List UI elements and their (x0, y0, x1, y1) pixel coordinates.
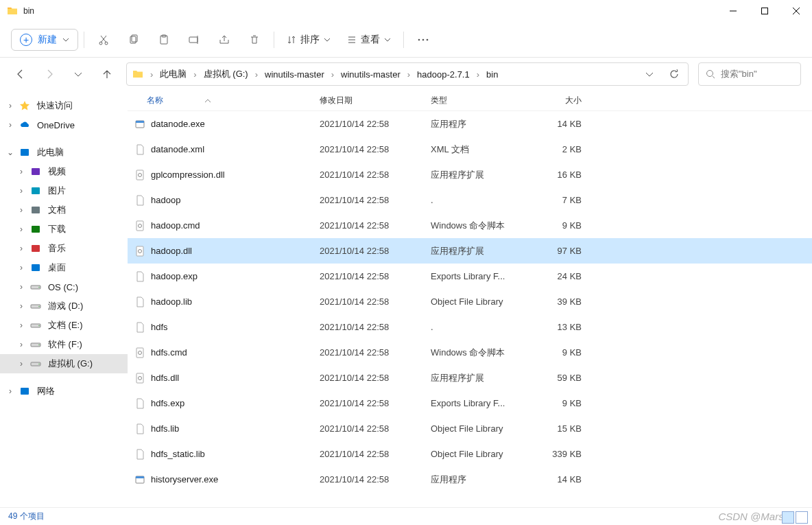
sidebar-item[interactable]: ›OS (C:) (0, 277, 128, 296)
drive-icon (30, 358, 41, 369)
file-row[interactable]: historyserver.exe2021/10/14 22:58应用程序14 … (128, 467, 812, 492)
copy-button[interactable] (120, 27, 147, 52)
breadcrumb-segment[interactable]: winutils-master (262, 68, 327, 81)
back-button[interactable] (11, 65, 30, 84)
file-row[interactable]: hdfs.cmd2021/10/14 22:58Windows 命令脚本9 KB (128, 340, 812, 365)
file-row[interactable]: hadoop.dll2021/10/14 22:58应用程序扩展97 KB (128, 238, 812, 264)
file-type: 应用程序扩展 (431, 245, 527, 257)
tree-caret-icon[interactable]: › (16, 282, 26, 292)
view-button[interactable]: 查看 (340, 27, 398, 52)
file-type: Windows 命令脚本 (431, 347, 527, 359)
tree-caret-icon[interactable]: › (16, 263, 26, 272)
new-button[interactable]: + 新建 (11, 29, 78, 51)
file-row[interactable]: hadoop2021/10/14 22:58.7 KB (128, 187, 812, 213)
main: ›快速访问›OneDrive⌄此电脑›视频›图片›文档›下载›音乐›桌面›OS … (0, 91, 812, 507)
search-input[interactable]: 搜索"bin" (698, 62, 801, 86)
svg-point-12 (418, 38, 420, 40)
more-button[interactable] (409, 27, 437, 52)
tree-caret-icon[interactable]: › (16, 186, 26, 196)
sidebar-item[interactable]: ⌄此电脑 (0, 143, 128, 162)
tree-caret-icon[interactable]: ⌄ (5, 148, 15, 157)
up-button[interactable] (97, 65, 117, 84)
file-row[interactable]: hadoop.cmd2021/10/14 22:58Windows 命令脚本9 … (128, 213, 812, 238)
share-button[interactable] (211, 27, 238, 52)
video-icon (30, 166, 41, 177)
file-row[interactable]: hdfs.dll2021/10/14 22:58应用程序扩展59 KB (128, 365, 812, 390)
details-view-icon[interactable] (782, 511, 794, 524)
file-list: datanode.exe2021/10/14 22:58应用程序14 KBdat… (128, 111, 812, 492)
file-row[interactable]: datanode.xml2021/10/14 22:58XML 文档2 KB (128, 137, 812, 162)
tree-caret-icon[interactable]: › (5, 386, 15, 396)
file-date: 2021/10/14 22:58 (320, 398, 431, 408)
svg-line-16 (713, 76, 715, 78)
sidebar-item[interactable]: ›虚拟机 (G:) (0, 354, 128, 373)
breadcrumb-segment[interactable]: bin (483, 68, 501, 81)
delete-button[interactable] (241, 27, 268, 52)
icons-view-icon[interactable] (796, 511, 808, 524)
folder-icon (7, 5, 18, 16)
file-row[interactable]: hadoop.lib2021/10/14 22:58Object File Li… (128, 289, 812, 314)
tree-caret-icon[interactable]: › (16, 224, 26, 234)
sidebar-item[interactable]: ›下载 (0, 220, 128, 239)
tree-caret-icon[interactable]: › (16, 320, 26, 330)
column-name-header[interactable]: 名称 (128, 95, 320, 106)
sort-button[interactable]: 排序 (280, 27, 337, 52)
sidebar-item-label: 图片 (48, 185, 66, 197)
file-name: hdfs (151, 322, 168, 332)
toolbar: + 新建 排序 查看 (0, 22, 812, 58)
breadcrumb-segment[interactable]: 此电脑 (157, 67, 189, 82)
sidebar-item[interactable]: ›音乐 (0, 239, 128, 258)
column-date-header[interactable]: 修改日期 (320, 95, 431, 106)
close-button[interactable] (780, 0, 812, 22)
svg-point-33 (38, 364, 40, 365)
file-row[interactable]: datanode.exe2021/10/14 22:58应用程序14 KB (128, 111, 812, 137)
sort-icon (287, 35, 296, 45)
sidebar-item[interactable]: ›桌面 (0, 258, 128, 277)
search-icon (706, 69, 715, 79)
refresh-button[interactable] (663, 69, 685, 80)
minimize-button[interactable] (717, 0, 749, 22)
sidebar-item[interactable]: ›图片 (0, 181, 128, 200)
forward-button[interactable] (40, 65, 59, 84)
sidebar-item[interactable]: ›快速访问 (0, 96, 128, 115)
tree-caret-icon[interactable]: › (16, 340, 26, 349)
file-row[interactable]: gplcompression.dll2021/10/14 22:58应用程序扩展… (128, 162, 812, 187)
file-row[interactable]: hdfs.lib2021/10/14 22:58Object File Libr… (128, 416, 812, 441)
tree-caret-icon[interactable]: › (5, 120, 15, 130)
file-size: 14 KB (527, 474, 593, 485)
tree-caret-icon[interactable]: › (16, 205, 26, 215)
column-type-header[interactable]: 类型 (431, 95, 527, 106)
file-row[interactable]: hdfs_static.lib2021/10/14 22:58Object Fi… (128, 441, 812, 467)
sidebar-item[interactable]: ›文档 (0, 200, 128, 220)
column-size-header[interactable]: 大小 (527, 95, 593, 106)
tree-caret-icon[interactable]: › (16, 244, 26, 253)
tree-caret-icon[interactable]: › (16, 359, 26, 369)
breadcrumb-segment[interactable]: hadoop-2.7.1 (414, 68, 473, 81)
sidebar-item[interactable]: ›软件 (F:) (0, 335, 128, 354)
file-size: 9 KB (527, 220, 593, 231)
sidebar-item[interactable]: ›文档 (E:) (0, 316, 128, 335)
sidebar-item[interactable]: ›视频 (0, 162, 128, 181)
tree-caret-icon[interactable]: › (5, 101, 15, 110)
breadcrumb[interactable]: › 此电脑 › 虚拟机 (G:) › winutils-master › win… (126, 62, 689, 86)
breadcrumb-segment[interactable]: 虚拟机 (G:) (201, 67, 251, 82)
sort-indicator-icon (204, 97, 211, 104)
tree-caret-icon[interactable]: › (16, 167, 26, 176)
chevron-right-icon: › (406, 69, 411, 80)
tree-caret-icon[interactable]: › (16, 301, 26, 311)
sidebar-item[interactable]: ›OneDrive (0, 115, 128, 135)
file-row[interactable]: hdfs2021/10/14 22:58.13 KB (128, 314, 812, 340)
maximize-button[interactable] (749, 0, 780, 22)
history-dropdown-button[interactable] (638, 70, 660, 78)
file-type: Exports Library F... (431, 398, 527, 408)
recent-button[interactable] (69, 65, 88, 84)
sidebar-item[interactable]: ›网络 (0, 382, 128, 401)
file-row[interactable]: hadoop.exp2021/10/14 22:58Exports Librar… (128, 264, 812, 289)
sidebar-item[interactable]: ›游戏 (D:) (0, 296, 128, 316)
paste-button[interactable] (150, 27, 178, 52)
rename-button[interactable] (180, 27, 208, 52)
view-toggle[interactable] (782, 511, 808, 524)
file-row[interactable]: hdfs.exp2021/10/14 22:58Exports Library … (128, 390, 812, 416)
breadcrumb-segment[interactable]: winutils-master (338, 68, 403, 81)
cut-button[interactable] (90, 27, 117, 52)
